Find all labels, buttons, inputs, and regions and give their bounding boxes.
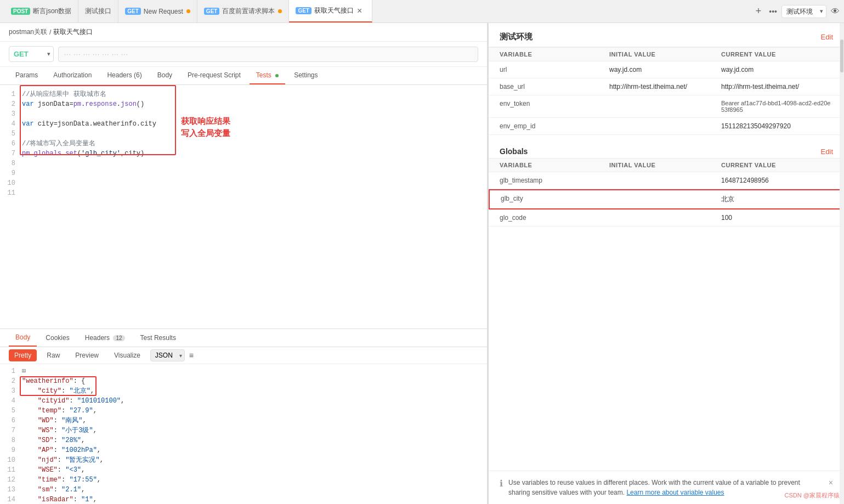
env-row-city: glb_city 北京: [489, 189, 844, 209]
eye-icon[interactable]: 👁: [831, 7, 840, 16]
response-tabs: Body Cookies Headers 12 Test Results: [0, 329, 487, 347]
json-line-9: 9 "AP": "1002hPa",: [0, 445, 487, 455]
code-editor[interactable]: 1 //从响应结果中 获取城市名 2 var jsonData=pm.respo…: [0, 85, 487, 329]
scrollbar-thumb[interactable]: [840, 39, 843, 72]
request-line: GET POST PUT DELETE: [0, 42, 487, 67]
tab-dot-3: [186, 9, 190, 13]
format-preview[interactable]: Preview: [70, 349, 104, 361]
info-link[interactable]: Learn more about variable values: [626, 489, 724, 496]
code-line-8: 8: [0, 158, 487, 168]
req-tab-headers[interactable]: Headers (6): [100, 67, 148, 84]
req-tab-prerequest[interactable]: Pre-request Script: [181, 67, 247, 84]
format-type-select[interactable]: JSON Text XML: [150, 349, 185, 361]
tab-weather-api[interactable]: GET 获取天气接口 ×: [289, 0, 372, 22]
json-content: 1 ⊞ 2 "weatherinfo": { 3 "city": "北京",: [0, 364, 487, 504]
more-tabs-button[interactable]: •••: [769, 7, 777, 16]
env-current-timestamp: 1648712498956: [721, 177, 833, 184]
url-input[interactable]: [58, 47, 478, 62]
breadcrumb: postman关联 / 获取天气接口: [0, 23, 487, 42]
env-edit-link[interactable]: Edit: [821, 33, 833, 41]
col-header-variable-2: VARIABLE: [500, 162, 609, 168]
env-current-url: way.jd.com: [721, 66, 833, 73]
tab-actions: + ••• 测试环境 生产环境 👁: [752, 5, 840, 18]
env-var-emp-id: env_emp_id: [500, 122, 609, 130]
env-current-emp-id: 1511282135049297920: [721, 122, 833, 130]
watermark: CSDN @家晨程序猿: [785, 491, 840, 500]
globals-edit-link[interactable]: Edit: [821, 148, 833, 156]
env-var-timestamp: glb_timestamp: [500, 177, 609, 184]
method-badge-get-1: GET: [125, 8, 141, 15]
info-close-button[interactable]: ×: [829, 478, 833, 487]
env-selector-wrapper[interactable]: 测试环境 生产环境: [781, 5, 826, 18]
env-current-city: 北京: [721, 195, 832, 204]
tab-new-request[interactable]: GET New Request: [118, 0, 197, 22]
headers-badge: 12: [113, 335, 124, 341]
env-panel-title: 测试环境: [500, 32, 533, 42]
req-tab-body[interactable]: Body: [151, 67, 179, 84]
close-tab-button[interactable]: ×: [354, 5, 365, 17]
method-select[interactable]: GET POST PUT DELETE: [9, 46, 54, 62]
env-var-city: glb_city: [501, 195, 610, 202]
env-panel-header: 测试环境 Edit: [489, 23, 844, 47]
resp-tab-cookies[interactable]: Cookies: [39, 330, 76, 346]
env-var-url: url: [500, 66, 609, 73]
tab-baidu-prerequest[interactable]: GET 百度前置请求脚本: [197, 0, 290, 22]
json-line-10: 10 "njd": "暂无实况",: [0, 455, 487, 465]
req-tab-auth[interactable]: Authorization: [47, 67, 98, 84]
annotation-text: 获取响应结果 写入全局变量: [181, 115, 230, 140]
left-panel: postman关联 / 获取天气接口 GET POST PUT DELETE P…: [0, 23, 488, 504]
tab-label-5: 获取天气接口: [314, 6, 354, 15]
env-current-token: Bearer af1ac77d-bbd1-4098-acd2-ed20e53f8…: [721, 100, 833, 113]
method-badge-get-3: GET: [296, 7, 311, 14]
format-raw[interactable]: Raw: [41, 349, 65, 361]
breadcrumb-current: 获取天气接口: [53, 27, 93, 37]
env-section-globals: Globals Edit VARIABLE INITIAL VALUE CURR…: [489, 141, 844, 226]
resp-tab-test-results[interactable]: Test Results: [134, 330, 183, 346]
tab-post-assert[interactable]: POST 断言json数据: [4, 0, 78, 22]
env-current-base-url: http://ihrm-test.itheima.net/: [721, 83, 833, 90]
json-line-8: 8 "SD": "28%",: [0, 435, 487, 445]
json-line-4: 4 "cityid": "101010100",: [0, 396, 487, 406]
env-var-glo-code: glo_code: [500, 214, 609, 222]
json-line-5: 5 "temp": "27.9",: [0, 406, 487, 416]
globals-section-header: Globals Edit: [489, 141, 844, 158]
tab-bar: POST 断言json数据 测试接口 GET New Request GET 百…: [0, 0, 844, 23]
json-highlight-border: [20, 376, 97, 396]
col-header-initial-1: INITIAL VALUE: [609, 51, 721, 58]
req-tab-params[interactable]: Params: [9, 67, 44, 84]
json-line-14: 14 "isRadar": "1",: [0, 495, 487, 504]
req-tab-settings[interactable]: Settings: [287, 67, 324, 84]
scrollbar-track: [840, 23, 844, 504]
col-header-initial-2: INITIAL VALUE: [609, 162, 721, 168]
env-select[interactable]: 测试环境 生产环境: [781, 5, 826, 18]
env-initial-url: way.jd.com: [609, 66, 721, 73]
env-row-url: url way.jd.com way.jd.com: [489, 61, 844, 78]
code-highlight-border: [20, 85, 176, 155]
resp-tab-headers[interactable]: Headers 12: [78, 330, 132, 346]
format-visualize[interactable]: Visualize: [109, 349, 146, 361]
json-line-7: 7 "WS": "小于3级",: [0, 426, 487, 435]
env-row-timestamp: glb_timestamp 1648712498956: [489, 172, 844, 189]
add-tab-button[interactable]: +: [752, 5, 765, 17]
json-line-1: 1 ⊞: [0, 366, 487, 376]
tab-test-interface[interactable]: 测试接口: [78, 0, 118, 22]
breadcrumb-separator: /: [49, 29, 51, 36]
info-icon: ℹ: [500, 478, 503, 489]
env-var-token: env_token: [500, 100, 609, 107]
filter-icon[interactable]: ≡: [189, 351, 194, 360]
env-col-headers-1: VARIABLE INITIAL VALUE CURRENT VALUE: [489, 47, 844, 61]
main-layout: postman关联 / 获取天气接口 GET POST PUT DELETE P…: [0, 23, 844, 504]
req-tab-tests[interactable]: Tests: [250, 67, 285, 84]
env-initial-base-url: http://ihrm-test.itheima.net/: [609, 83, 721, 90]
info-text: Use variables to reuse values in differe…: [508, 478, 823, 497]
env-section-test: VARIABLE INITIAL VALUE CURRENT VALUE url…: [489, 47, 844, 135]
breadcrumb-parent[interactable]: postman关联: [9, 27, 47, 37]
format-pretty[interactable]: Pretty: [9, 349, 37, 361]
right-panel: 测试环境 Edit VARIABLE INITIAL VALUE CURRENT…: [488, 23, 844, 504]
env-table: VARIABLE INITIAL VALUE CURRENT VALUE url…: [489, 47, 844, 471]
env-var-base-url: base_url: [500, 83, 609, 90]
format-bar: Pretty Raw Preview Visualize JSON Text X…: [0, 347, 487, 364]
method-wrapper[interactable]: GET POST PUT DELETE: [9, 46, 54, 62]
format-select-wrapper[interactable]: JSON Text XML: [150, 349, 185, 361]
resp-tab-body[interactable]: Body: [9, 329, 37, 347]
